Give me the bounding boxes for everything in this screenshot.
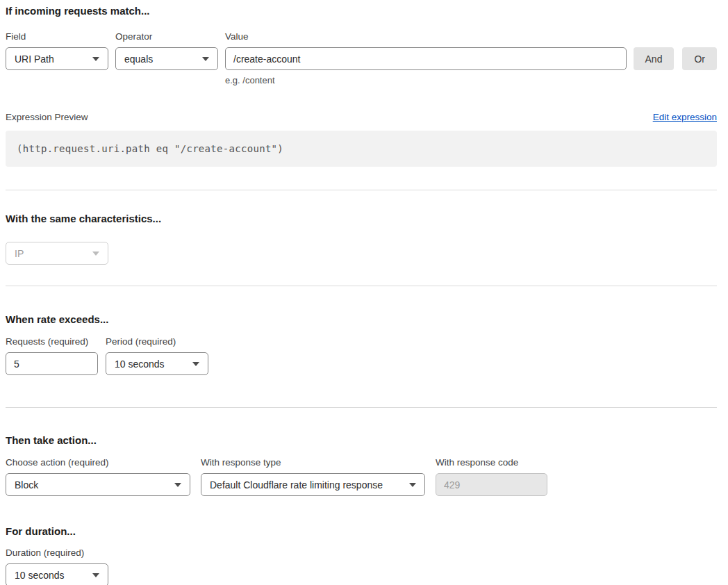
section-heading-duration: For duration... xyxy=(6,525,717,537)
section-heading-rate: When rate exceeds... xyxy=(6,313,717,325)
characteristic-dropdown-value: IP xyxy=(15,248,24,259)
chevron-down-icon xyxy=(202,57,209,61)
period-dropdown[interactable]: 10 seconds xyxy=(106,352,208,375)
duration-dropdown[interactable]: 10 seconds xyxy=(6,563,108,585)
chevron-down-icon xyxy=(409,483,416,487)
section-divider xyxy=(6,286,717,286)
section-divider xyxy=(6,407,717,408)
requests-label: Requests (required) xyxy=(6,336,98,347)
field-dropdown-value: URI Path xyxy=(15,53,54,65)
chevron-down-icon xyxy=(192,362,199,366)
field-group-operator: Operator equals xyxy=(115,31,218,70)
section-heading-match: If incoming requests match... xyxy=(6,5,717,17)
chevron-down-icon xyxy=(92,57,99,61)
section-take-action: Then take action... Choose action (requi… xyxy=(6,434,717,496)
section-for-duration: For duration... Duration (required) 10 s… xyxy=(6,525,717,585)
rate-row: Requests (required) Period (required) 10… xyxy=(6,336,717,375)
field-group-response-code: With response code xyxy=(436,457,547,496)
choose-action-dropdown[interactable]: Block xyxy=(6,473,190,496)
field-group-requests: Requests (required) xyxy=(6,336,98,375)
or-button[interactable]: Or xyxy=(682,47,717,70)
chevron-down-icon xyxy=(92,573,99,577)
field-group-response-type: With response type Default Cloudflare ra… xyxy=(201,457,425,496)
response-type-label: With response type xyxy=(201,457,425,468)
period-dropdown-value: 10 seconds xyxy=(115,359,165,370)
operator-label: Operator xyxy=(115,31,218,42)
choose-action-dropdown-value: Block xyxy=(15,479,38,491)
response-code-label: With response code xyxy=(436,457,547,468)
response-type-dropdown-value: Default Cloudflare rate limiting respons… xyxy=(210,479,383,491)
section-heading-action: Then take action... xyxy=(6,434,717,446)
expression-builder-row: Field URI Path Operator equals Value e.g… xyxy=(6,31,717,85)
characteristic-dropdown: IP xyxy=(6,242,108,265)
expression-preview-row: Expression Preview Edit expression xyxy=(6,112,717,123)
period-label: Period (required) xyxy=(106,336,208,347)
duration-dropdown-value: 10 seconds xyxy=(15,570,65,581)
rate-limiting-rule-form: If incoming requests match... Field URI … xyxy=(0,0,728,585)
logic-operator-buttons: And Or xyxy=(634,47,717,70)
section-heading-characteristics: With the same characteristics... xyxy=(6,213,717,224)
duration-label: Duration (required) xyxy=(6,547,717,559)
requests-input[interactable] xyxy=(6,352,98,375)
field-group-value: Value e.g. /content xyxy=(225,31,627,85)
response-code-input xyxy=(436,473,547,496)
section-divider xyxy=(6,190,717,190)
field-group-choose-action: Choose action (required) Block xyxy=(6,457,190,496)
edit-expression-link[interactable]: Edit expression xyxy=(653,112,717,122)
choose-action-label: Choose action (required) xyxy=(6,457,190,468)
value-label: Value xyxy=(225,31,627,42)
section-rate-exceeds: When rate exceeds... Requests (required)… xyxy=(6,313,717,375)
field-label: Field xyxy=(6,31,108,42)
chevron-down-icon xyxy=(92,252,99,256)
and-button[interactable]: And xyxy=(634,47,675,70)
operator-dropdown-value: equals xyxy=(124,53,153,65)
section-same-characteristics: With the same characteristics... IP xyxy=(6,213,717,265)
field-group-field: Field URI Path xyxy=(6,31,108,70)
value-input[interactable] xyxy=(225,47,627,70)
value-hint: e.g. /content xyxy=(225,75,627,85)
action-row: Choose action (required) Block With resp… xyxy=(6,457,717,496)
response-type-dropdown[interactable]: Default Cloudflare rate limiting respons… xyxy=(201,473,425,496)
section-incoming-requests-match: If incoming requests match... Field URI … xyxy=(6,5,717,167)
chevron-down-icon xyxy=(174,483,181,487)
operator-dropdown[interactable]: equals xyxy=(115,47,218,70)
expression-preview-label: Expression Preview xyxy=(6,112,88,123)
expression-preview-code: (http.request.uri.path eq "/create-accou… xyxy=(6,131,717,167)
field-group-period: Period (required) 10 seconds xyxy=(106,336,208,375)
field-dropdown[interactable]: URI Path xyxy=(6,47,108,70)
field-group-duration: Duration (required) 10 seconds xyxy=(6,547,717,585)
